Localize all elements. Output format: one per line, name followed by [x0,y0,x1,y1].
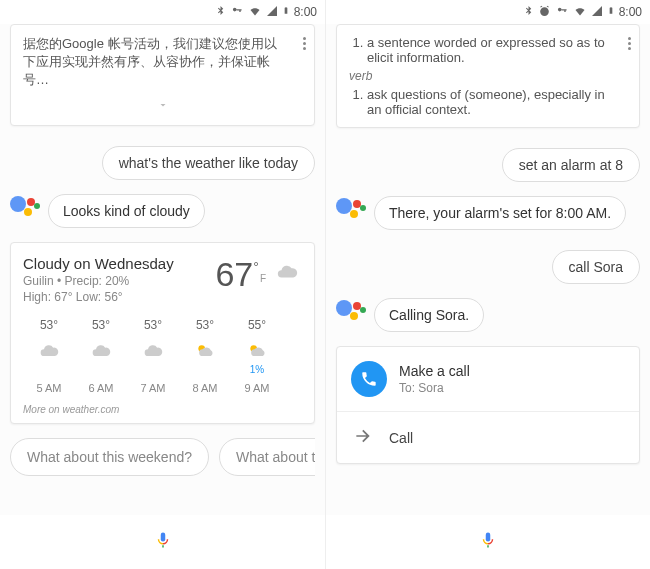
hour-item: 53°7 AM [127,318,179,394]
mic-bar [0,515,325,569]
assistant-message: Calling Sora. [374,298,484,332]
cloud-icon [272,261,302,287]
hour-label: 5 AM [23,382,75,394]
suggestion-text: 据您的Google 帐号活动，我们建议您使用以下应用实现并然有序、从容协作，并保… [23,35,302,89]
hour-precip [75,364,127,376]
status-clock: 8:00 [619,5,642,19]
bluetooth-icon [215,4,226,20]
call-title: Make a call [399,363,470,379]
weather-hour-icon [231,338,283,364]
more-icon[interactable] [299,33,310,54]
part-of-speech: verb [349,69,613,83]
phone-left: 8:00 据您的Google 帐号活动，我们建议您使用以下应用实现并然有序、从容… [0,0,325,569]
weather-temp: 67 ° F [215,255,302,304]
hour-label: 7 AM [127,382,179,394]
definition-verb: ask questions of (someone), especially i… [367,87,613,117]
hour-label: 8 AM [179,382,231,394]
hour-item: 55°1%9 AM [231,318,283,394]
weather-hilo: High: 67° Low: 56° [23,290,174,304]
weather-hour-icon [127,338,179,364]
phone-icon [351,361,387,397]
weather-card[interactable]: Cloudy on Wednesday Guilin • Precip: 20%… [10,242,315,424]
wifi-icon [573,5,587,20]
weather-hour-icon [75,338,127,364]
battery-icon [607,4,615,20]
weather-location: Guilin • Precip: 20% [23,274,174,288]
hourly-forecast[interactable]: 53°5 AM53°6 AM53°7 AM53°8 AM55°1%9 AM10 [23,318,302,394]
assistant-logo-icon [336,298,366,322]
status-bar: 8:00 [0,0,325,24]
hour-item: 53°6 AM [75,318,127,394]
hour-precip: 1% [231,364,283,376]
vpn-key-icon [230,5,244,19]
alarm-icon [538,4,551,20]
suggestion-chips: What about this weekend?What about to [10,438,315,476]
call-card-header[interactable]: Make a call To: Sora [337,347,639,412]
user-message[interactable]: call Sora [552,250,640,284]
mic-icon[interactable] [479,528,497,556]
more-icon[interactable] [624,33,635,54]
weather-hour-icon [283,324,302,350]
hour-item: 53°5 AM [23,318,75,394]
cell-signal-icon [591,5,603,20]
suggestion-chip[interactable]: What about to [219,438,315,476]
cell-signal-icon [266,5,278,20]
status-clock: 8:00 [294,5,317,19]
hour-temp: 53° [75,318,127,332]
phone-right: 8:00 a sentence worded or expressed so a… [325,0,650,569]
hour-item: 53°8 AM [179,318,231,394]
mic-icon[interactable] [154,528,172,556]
call-action-label: Call [389,430,413,446]
hour-label: 9 AM [231,382,283,394]
weather-title: Cloudy on Wednesday [23,255,174,272]
arrow-right-icon [353,426,373,449]
bluetooth-icon [523,4,534,20]
definition-noun: a sentence worded or expressed so as to … [367,35,613,65]
hour-precip [179,364,231,376]
assistant-logo-icon [10,194,40,218]
wifi-icon [248,5,262,20]
suggestion-card[interactable]: 据您的Google 帐号活动，我们建议您使用以下应用实现并然有序、从容协作，并保… [10,24,315,126]
chevron-down-icon[interactable] [23,89,302,115]
weather-attribution[interactable]: More on weather.com [23,404,302,415]
mic-bar [326,515,650,569]
hour-temp: 53° [127,318,179,332]
user-message[interactable]: what's the weather like today [102,146,315,180]
hour-precip [283,350,302,362]
battery-icon [282,4,290,20]
definition-card[interactable]: a sentence worded or expressed so as to … [336,24,640,128]
hour-item: 10 [283,318,302,394]
hour-temp: 53° [179,318,231,332]
user-message[interactable]: set an alarm at 8 [502,148,640,182]
call-card: Make a call To: Sora Call [336,346,640,464]
hour-temp: 53° [23,318,75,332]
hour-label: 6 AM [75,382,127,394]
assistant-message: There, your alarm's set for 8:00 AM. [374,196,626,230]
call-subtitle: To: Sora [399,381,470,395]
status-bar: 8:00 [326,0,650,24]
weather-hour-icon [23,338,75,364]
call-action-button[interactable]: Call [337,412,639,463]
hour-temp: 55° [231,318,283,332]
hour-precip [127,364,179,376]
hour-precip [23,364,75,376]
assistant-logo-icon [336,196,366,220]
vpn-key-icon [555,5,569,19]
suggestion-chip[interactable]: What about this weekend? [10,438,209,476]
hour-label: 10 [283,368,302,380]
assistant-message: Looks kind of cloudy [48,194,205,228]
weather-hour-icon [179,338,231,364]
